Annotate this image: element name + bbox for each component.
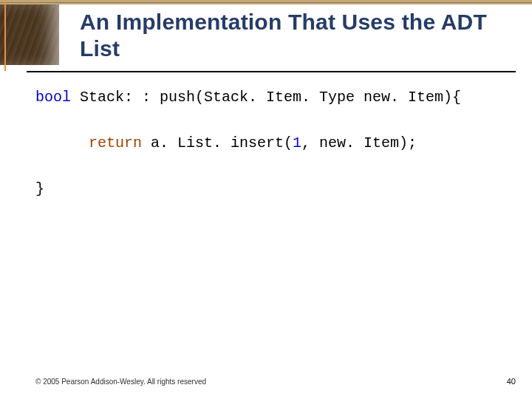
copyright-text: © 2005 Pearson Addison-Wesley. All right… <box>35 378 206 386</box>
top-accent-bar <box>0 0 532 4</box>
keyword-bool: bool <box>35 89 71 106</box>
code-line-3: } <box>35 177 510 200</box>
code-line-2: return a. List. insert(1, new. Item); <box>35 132 510 154</box>
page-number: 40 <box>507 377 516 386</box>
orange-accent-line <box>4 0 6 71</box>
code-line-1-rest: Stack: : push(Stack. Item. Type new. Ite… <box>71 89 461 106</box>
code-block: bool Stack: : push(Stack. Item. Type new… <box>35 86 510 200</box>
slide: { "title": "An Implementation That Uses … <box>0 0 532 399</box>
code-line-1: bool Stack: : push(Stack. Item. Type new… <box>35 86 510 109</box>
slide-body: bool Stack: : push(Stack. Item. Type new… <box>35 86 510 355</box>
literal-one: 1 <box>293 134 301 151</box>
keyword-return: return <box>89 134 142 151</box>
code-line-2-mid: a. List. insert( <box>142 134 293 151</box>
slide-title: An Implementation That Uses the ADT List <box>80 9 517 62</box>
decorative-photo <box>0 4 61 66</box>
code-line-2-tail: , new. Item); <box>301 134 417 151</box>
code-blank-1 <box>35 109 510 132</box>
title-underline <box>27 71 516 72</box>
code-blank-2 <box>35 154 510 177</box>
